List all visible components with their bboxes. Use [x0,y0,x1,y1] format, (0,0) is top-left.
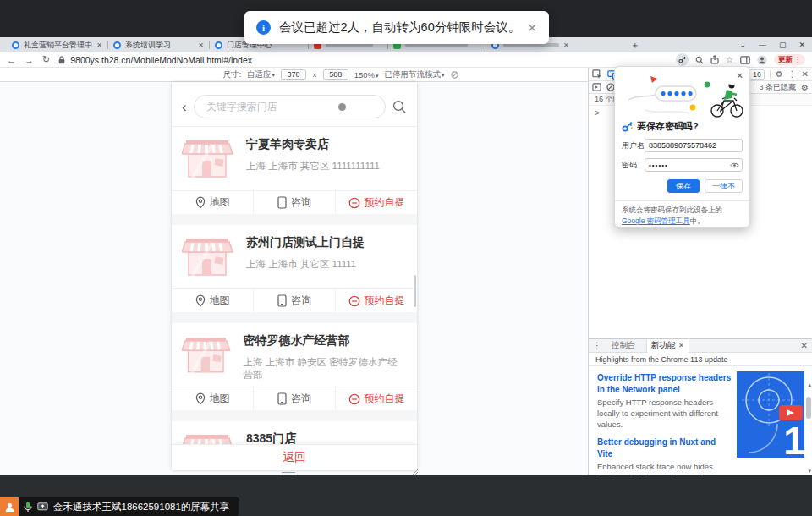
back-icon[interactable]: ← [7,55,16,65]
map-pin-icon [195,196,206,209]
password-illustration [622,71,744,118]
screen-share-label: 金禾通技术王斌18662591081的屏幕共享 [53,501,229,513]
size-label: 尺寸: [222,69,241,80]
viewport-width-input[interactable]: 378 [281,69,306,80]
divider [172,214,417,225]
devtools-settings-icon[interactable]: ⚙ [776,69,783,79]
phone-icon [277,392,287,405]
profile-avatar[interactable] [757,55,767,65]
store-card-body[interactable]: 宁夏羊肉专卖店 上海 上海市 其它区 1111111111 [172,127,417,190]
username-field[interactable]: 8385889075578462 [645,139,743,152]
lock-icon[interactable] [58,56,65,64]
forward-icon[interactable]: → [25,55,34,65]
tab-close-icon[interactable]: ✕ [96,41,102,49]
tab-close-icon[interactable]: ✕ [678,342,684,349]
store-card-body[interactable]: 苏州门店测试上门自提 上海 上海市 其它区 11111 [172,225,417,288]
reload-icon[interactable]: ↻ [42,54,50,65]
viewport-height-input[interactable]: 588 [323,69,348,80]
pickup-label: 预约自提 [365,195,405,210]
maximize-icon[interactable]: ▢ [779,41,787,49]
consult-button[interactable]: 咨询 [253,387,335,410]
console-settings-icon[interactable]: ⚙ [801,83,809,92]
never-button[interactable]: 一律不 [705,179,743,193]
store-search-input[interactable]: 关键字搜索门店 [194,95,386,118]
drawer-close-icon[interactable]: ✕ [801,341,808,350]
save-button[interactable]: 保存 [667,179,700,193]
screen-share-icon [37,502,48,512]
window-menu-icon[interactable]: ⌄ [739,41,746,49]
tab-gift-platform[interactable]: 礼盒营销平台管理中心 ✕ [7,37,107,52]
gray-dot [338,103,346,111]
browser-menu-icon[interactable]: ⋮ [794,56,801,63]
store-card-body[interactable]: 密特罗德水产经营部 上海 上海市 静安区 密特罗德水产经营部 [172,323,417,387]
search-icon[interactable] [392,100,407,114]
map-label: 地图 [210,195,230,210]
store-card: 宁夏羊肉专卖店 上海 上海市 其它区 1111111111 地图 咨询 预约自提 [172,127,417,214]
show-password-icon[interactable] [730,162,739,169]
save-password-dialog: ✕ 要保存密码吗? 用户名 8385889075578462 密码 •• [614,66,750,228]
toast-close-icon[interactable]: ✕ [525,21,539,35]
tab-close-icon[interactable]: ✕ [198,41,204,49]
drawer-scrollbar[interactable] [806,397,811,419]
password-key-icon[interactable] [676,53,689,66]
address-bar[interactable]: 9800ys.th28.cn/MobileModNoMall.html#/ind… [70,55,667,65]
map-button[interactable]: 地图 [172,289,253,312]
storefront-icon [182,331,232,378]
tab-close-icon[interactable]: ✕ [563,41,569,49]
inspect-element-icon[interactable] [592,69,602,80]
new-tab-button[interactable]: ＋ [630,39,639,52]
consult-label: 咨询 [291,195,311,210]
pickup-icon [348,295,360,307]
scroll-up-icon[interactable]: ▴ [808,382,811,388]
password-manager-link[interactable]: Google 密码管理工具 [622,217,690,225]
throttle-dropdown[interactable]: 已停用节流模式▾ [385,69,445,80]
app-back-icon[interactable]: ‹ [182,100,187,114]
divider [172,312,417,323]
consult-label: 咨询 [291,294,311,308]
password-field[interactable]: •••••• [645,158,743,172]
map-label: 地图 [210,392,230,406]
username-row: 用户名 8385889075578462 [622,139,743,152]
page-scrollbar[interactable] [414,275,416,307]
window-close-icon[interactable]: ✕ [798,41,805,49]
pickup-button[interactable]: 预约自提 [335,387,417,410]
store-card: 密特罗德水产经营部 上海 上海市 静安区 密特罗德水产经营部 地图 咨询 预约自… [172,323,417,410]
return-button[interactable]: 返回 [172,444,417,470]
share-icon[interactable] [710,55,719,64]
bookmark-star-icon[interactable]: ☆ [726,55,733,64]
store-name: 宁夏羊肉专卖店 [246,137,380,152]
tab-favicon [215,41,222,49]
resize-corner-icon[interactable] [412,469,419,475]
whats-new-link[interactable]: Better debugging in Nuxt and Vite [597,436,732,459]
consult-button[interactable]: 咨询 [253,191,335,214]
zoom-dropdown[interactable]: 150%▾ [354,70,379,80]
pickup-button[interactable]: 预约自提 [335,191,417,214]
console-sidebar-icon[interactable] [592,83,601,91]
mobile-viewport: ‹ 关键字搜索门店 宁夏羊肉专卖店 上海 上海市 其它区 1111111111 … [172,82,417,470]
map-button[interactable]: 地图 [172,387,253,410]
whats-new-video-thumbnail[interactable]: 1 [737,371,804,458]
tab-console[interactable]: 控制台 [607,339,640,353]
chrome-update-button[interactable]: 更新 ⋮ [774,54,805,65]
whats-new-body: Override HTTP response headers in the Ne… [589,366,812,475]
side-panel-icon[interactable] [740,56,750,64]
pickup-button[interactable]: 预约自提 [335,289,417,312]
meeting-toast-text: 会议已超过2人，自动转为60分钟限时会议。 [279,19,525,36]
scroll-down-icon[interactable]: ▾ [808,468,811,475]
map-button[interactable]: 地图 [172,191,253,214]
pickup-icon [348,393,360,405]
devtools-close-icon[interactable]: ✕ [802,69,809,79]
tab-whats-new[interactable]: 新功能 ✕ [646,339,689,353]
dialog-close-icon[interactable]: ✕ [737,71,743,80]
consult-button[interactable]: 咨询 [253,289,335,312]
tab-favicon [12,41,19,49]
minimize-icon[interactable]: — [759,41,766,49]
zoom-indicator-icon[interactable] [695,56,704,64]
tab-training[interactable]: 系统培训学习 ✕ [108,37,209,52]
throttle-value: 已停用节流模式 [385,69,442,79]
store-card-actions: 地图 咨询 预约自提 [172,288,417,312]
size-mode-dropdown[interactable]: 自适应▾ [247,69,275,80]
whats-new-link[interactable]: Override HTTP response headers in the Ne… [597,372,732,395]
devtools-menu-icon[interactable]: ⋮ [788,69,797,79]
drawer-menu-icon[interactable]: ⋮ [593,341,601,350]
